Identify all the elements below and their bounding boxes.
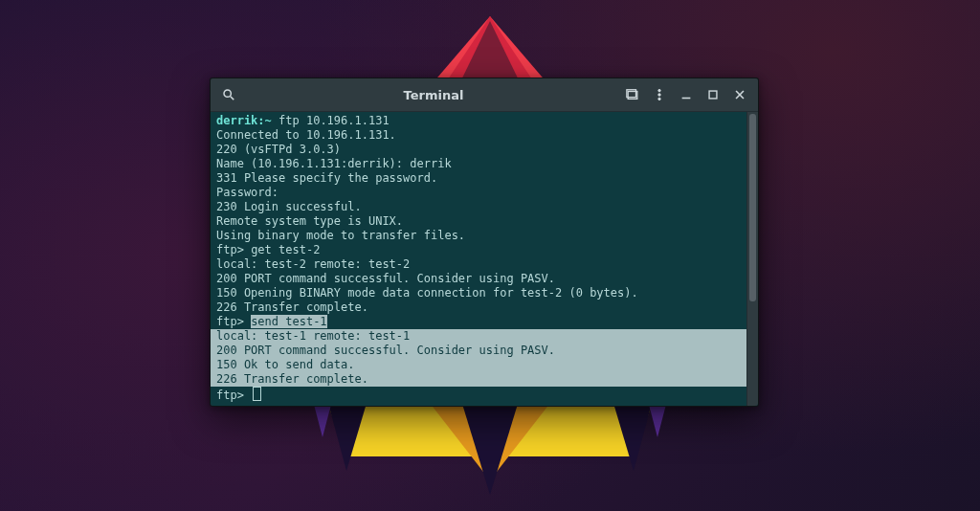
terminal-line[interactable]: ftp> — [216, 387, 745, 401]
maximize-icon — [706, 88, 720, 101]
new-tab-icon — [626, 88, 639, 101]
terminal-line[interactable]: ftp> send test-1 — [216, 315, 745, 329]
terminal-line[interactable]: 331 Please specify the password. — [216, 171, 745, 186]
search-button[interactable] — [216, 82, 241, 107]
text-cursor — [253, 387, 261, 401]
svg-point-10 — [224, 90, 231, 97]
terminal-line[interactable]: 220 (vsFTPd 3.0.3) — [216, 143, 745, 157]
window-titlebar[interactable]: Terminal — [211, 78, 758, 112]
close-button[interactable] — [727, 82, 752, 107]
shell-prompt: derrik:~ — [216, 114, 278, 127]
svg-line-11 — [231, 97, 234, 100]
kebab-menu-icon — [653, 88, 666, 101]
terminal-line[interactable]: local: test-1 remote: test-1 — [211, 329, 758, 344]
terminal-line[interactable]: 200 PORT command successful. Consider us… — [211, 344, 758, 358]
terminal-line[interactable]: Password: — [216, 186, 745, 200]
minimize-icon — [679, 88, 693, 101]
maximize-button[interactable] — [701, 82, 725, 107]
search-icon — [222, 88, 235, 101]
new-tab-button[interactable] — [620, 82, 645, 107]
terminal-line[interactable]: 200 PORT command successful. Consider us… — [216, 272, 745, 286]
svg-point-14 — [658, 89, 660, 91]
scrollbar-thumb[interactable] — [749, 114, 756, 301]
terminal-line[interactable]: Connected to 10.196.1.131. — [216, 128, 745, 143]
ftp-prompt: ftp> — [216, 243, 251, 256]
terminal-line[interactable]: Remote system type is UNIX. — [216, 214, 745, 229]
terminal-line[interactable]: derrik:~ ftp 10.196.1.131 — [216, 114, 745, 128]
svg-point-16 — [658, 98, 660, 100]
terminal-output[interactable]: derrik:~ ftp 10.196.1.131Connected to 10… — [216, 114, 745, 401]
terminal-line[interactable]: 150 Opening BINARY mode data connection … — [216, 286, 745, 300]
svg-rect-18 — [709, 91, 717, 99]
menu-button[interactable] — [647, 82, 672, 107]
terminal-window: Terminal derrik:~ ftp 10.196.1.131Connec… — [210, 78, 759, 407]
ftp-prompt: ftp> — [216, 315, 251, 328]
svg-point-15 — [658, 94, 660, 96]
ftp-prompt: ftp> — [216, 389, 251, 402]
terminal-line[interactable]: ftp> get test-2 — [216, 243, 745, 257]
terminal-line[interactable]: 230 Login successful. — [216, 200, 745, 214]
terminal-line[interactable]: Using binary mode to transfer files. — [216, 229, 745, 243]
window-title: Terminal — [247, 88, 620, 102]
terminal-line[interactable]: 226 Transfer complete. — [211, 372, 758, 387]
terminal-line[interactable]: 150 Ok to send data. — [211, 358, 758, 372]
selected-text[interactable]: send test-1 — [251, 315, 326, 328]
terminal-body[interactable]: derrik:~ ftp 10.196.1.131Connected to 10… — [211, 112, 758, 406]
terminal-line[interactable]: 226 Transfer complete. — [216, 300, 745, 315]
minimize-button[interactable] — [674, 82, 699, 107]
terminal-scrollbar[interactable] — [746, 112, 758, 406]
terminal-line[interactable]: Name (10.196.1.131:derrik): derrik — [216, 157, 745, 171]
close-icon — [733, 88, 746, 101]
terminal-line[interactable]: local: test-2 remote: test-2 — [216, 257, 745, 272]
